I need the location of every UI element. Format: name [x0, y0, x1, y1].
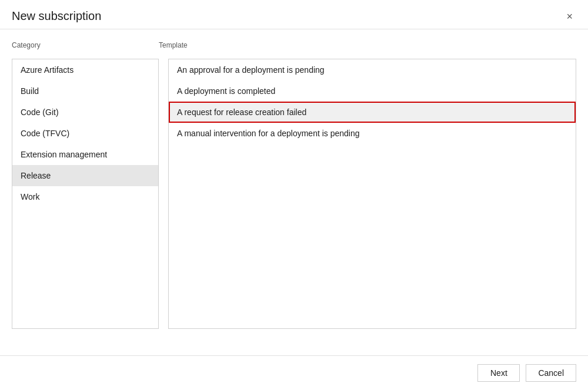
dialog-body: Category Template Azure ArtifactsBuildCo…: [0, 29, 588, 370]
category-item-code-git[interactable]: Code (Git): [12, 102, 158, 123]
template-label: Template: [159, 41, 576, 53]
template-list: An approval for a deployment is pendingA…: [168, 59, 576, 329]
next-button[interactable]: Next: [477, 364, 520, 382]
category-item-code-tfvc[interactable]: Code (TFVC): [12, 123, 158, 144]
columns-content: Azure ArtifactsBuildCode (Git)Code (TFVC…: [12, 59, 576, 329]
close-button[interactable]: ×: [563, 10, 576, 23]
template-item-manual-intervention[interactable]: A manual intervention for a deployment i…: [169, 123, 576, 144]
template-item-deployment-completed[interactable]: A deployment is completed: [169, 80, 576, 102]
category-list: Azure ArtifactsBuildCode (Git)Code (TFVC…: [12, 59, 159, 329]
category-item-release[interactable]: Release: [12, 165, 158, 186]
template-item-release-creation-failed[interactable]: A request for release creation failed: [169, 102, 576, 123]
category-label: Category: [12, 41, 159, 53]
category-item-build[interactable]: Build: [12, 80, 158, 102]
category-item-azure-artifacts[interactable]: Azure Artifacts: [12, 59, 158, 80]
category-item-extension-management[interactable]: Extension management: [12, 144, 158, 165]
dialog-footer: Next Cancel: [0, 355, 588, 390]
dialog-title: New subscription: [12, 9, 101, 23]
columns-label-row: Category Template: [12, 41, 576, 53]
category-item-work[interactable]: Work: [12, 186, 158, 207]
new-subscription-dialog: New subscription × Category Template Azu…: [0, 0, 588, 390]
template-item-approval-pending[interactable]: An approval for a deployment is pending: [169, 59, 576, 80]
cancel-button[interactable]: Cancel: [526, 364, 576, 382]
dialog-header: New subscription ×: [0, 0, 588, 29]
